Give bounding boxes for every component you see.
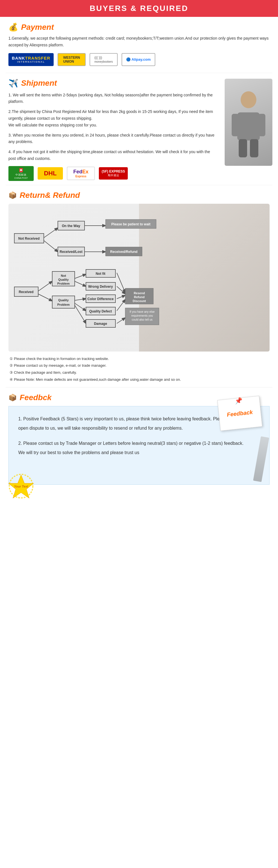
svg-text:Please be patient to wait: Please be patient to wait <box>111 222 150 226</box>
shipping-logos: 📮 中国邮政 CHINA POST DHL FedEx Express (SF)… <box>8 166 270 181</box>
svg-text:Not fit: Not fit <box>96 272 106 276</box>
svg-line-13 <box>75 281 86 286</box>
alipay-logo: 🔵 Alipay.com <box>121 53 155 66</box>
person-image <box>224 79 272 166</box>
svg-line-21 <box>117 318 125 323</box>
return-title: Return& Refund <box>20 191 80 200</box>
star-svg: Your Text <box>6 473 36 499</box>
svg-line-11 <box>38 294 52 301</box>
svg-text:Color Difference: Color Difference <box>87 297 114 301</box>
shipment-section: ✈️ Shipment 1. We will sent the items wi… <box>0 73 278 185</box>
svg-text:If you have any else: If you have any else <box>130 310 155 313</box>
svg-line-20 <box>117 300 125 311</box>
svg-text:Wrong Delivery: Wrong Delivery <box>88 285 113 288</box>
fedex-logo: FedEx Express <box>67 167 95 180</box>
svg-line-12 <box>75 274 86 278</box>
svg-text:Not: Not <box>61 274 66 277</box>
moneybookers-logo: ((( )))moneybookers <box>90 53 118 66</box>
svg-text:Damage: Damage <box>94 322 107 326</box>
payment-section: 💰 Payment 1.Generally, we accept the fol… <box>0 17 278 73</box>
feedback-title: Feedbck <box>20 393 52 402</box>
header-bar: BUYERS & REQUIRED <box>0 0 278 17</box>
svg-text:On the Way: On the Way <box>62 224 80 228</box>
svg-rect-3 <box>258 114 265 136</box>
shipment-title: Shipment <box>21 79 57 88</box>
svg-line-19 <box>117 295 125 299</box>
shipment-point-1: 1. We will sent the items within 2-5days… <box>8 92 215 105</box>
chinapost-logo: 📮 中国邮政 CHINA POST <box>8 166 34 181</box>
shipment-point-4: 4. If you have not got it within the shi… <box>8 149 215 162</box>
svg-rect-5 <box>250 139 258 157</box>
shipment-point-2: 2.The shipment by China Post Registered … <box>8 108 215 128</box>
return-note-1: ① Please check the tracking in formation… <box>9 355 269 363</box>
svg-text:Discount: Discount <box>133 299 146 303</box>
flowchart-area: Not Received On the Way Please be patien… <box>8 204 270 351</box>
svg-text:Refund: Refund <box>134 295 145 299</box>
svg-text:Quality Defect: Quality Defect <box>89 309 112 313</box>
svg-text:Quality: Quality <box>58 278 69 281</box>
return-title-row: 📦 Return& Refund <box>8 191 270 200</box>
svg-text:Received: Received <box>19 290 34 294</box>
svg-rect-2 <box>232 114 239 136</box>
sf-express-logo: (SF) EXPRESS 顺丰速运 <box>99 167 128 180</box>
svg-line-15 <box>75 303 86 311</box>
return-note-3: ③ Check the package and Item, carefully. <box>9 369 269 376</box>
svg-rect-1 <box>237 113 260 141</box>
svg-line-14 <box>75 299 86 300</box>
feedback-content: 📌 Feedback 1. Positive Feedback (5 Stars… <box>8 406 270 485</box>
return-note-4: ④ Please Note: Men made defects are not … <box>9 376 269 383</box>
svg-text:Problem: Problem <box>57 303 70 306</box>
flowchart-svg: Not Received On the Way Please be patien… <box>13 208 170 346</box>
svg-rect-38 <box>52 296 75 308</box>
page-title: BUYERS & REQUIRED <box>0 4 278 13</box>
person-svg <box>232 87 265 157</box>
return-refund-section: 📦 Return& Refund <box>0 185 278 387</box>
feedback-text-2: 2. Please contact us by Trade Manager or… <box>18 439 260 458</box>
svg-text:Quality: Quality <box>58 299 69 302</box>
bank-transfer-logo: BANKTRANSFER INTERNATIONAL <box>8 53 54 66</box>
svg-text:Problem: Problem <box>57 282 70 285</box>
feedback-card-label: Feedback <box>226 406 253 421</box>
svg-text:Received/Refund: Received/Refund <box>110 250 137 254</box>
feedback-icon: 📦 <box>8 394 17 402</box>
dhl-logo: DHL <box>38 167 63 180</box>
star-badge: Your Text <box>6 473 36 499</box>
svg-line-17 <box>117 273 125 292</box>
money-icon: 💰 <box>8 23 18 32</box>
svg-line-6 <box>44 228 58 238</box>
svg-text:Resend: Resend <box>134 291 145 295</box>
svg-text:Your Text: Your Text <box>14 485 28 488</box>
western-union-logo: WESTERNUNION <box>58 53 85 66</box>
shipment-point-3: 3. When you receive the items you ordere… <box>8 132 215 146</box>
return-notes: ① Please check the tracking in formation… <box>8 355 270 383</box>
payment-logos: BANKTRANSFER INTERNATIONAL WESTERNUNION … <box>8 53 270 66</box>
svg-line-10 <box>38 281 52 291</box>
svg-rect-4 <box>239 139 247 157</box>
svg-line-16 <box>75 305 86 323</box>
feedback-section: 📦 Feedbck 📌 Feedback 1. Positive Feedbac… <box>0 388 278 502</box>
return-icon: 📦 <box>8 191 17 199</box>
payment-title-row: 💰 Payment <box>8 23 270 32</box>
svg-text:Received/Lost: Received/Lost <box>60 250 82 254</box>
pin-icon: 📌 <box>234 394 243 407</box>
return-note-2: ② Please contact us by meesage, e-mail, … <box>9 362 269 369</box>
svg-point-0 <box>241 91 256 108</box>
svg-text:Not Received: Not Received <box>18 237 40 241</box>
feedback-card: 📌 Feedback <box>217 396 263 431</box>
payment-title: Payment <box>21 23 54 32</box>
svg-text:requirements you: requirements you <box>131 314 153 317</box>
payment-description: 1.Generally, we accept the following pay… <box>8 35 270 49</box>
plane-icon: ✈️ <box>8 79 18 88</box>
svg-line-7 <box>44 241 58 252</box>
svg-text:could also tell us: could also tell us <box>132 318 152 321</box>
